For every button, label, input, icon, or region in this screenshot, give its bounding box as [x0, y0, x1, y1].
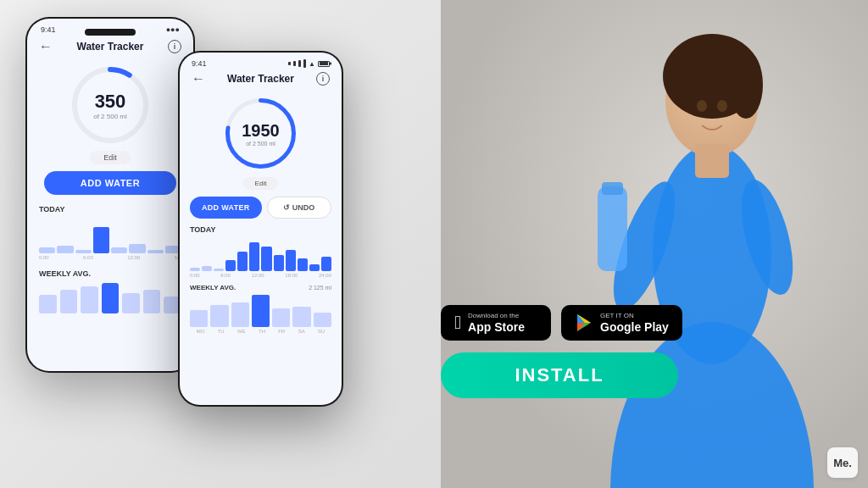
chart-bar [261, 247, 271, 271]
weekly-bar-active [252, 295, 270, 327]
chart-bar [39, 247, 55, 253]
phone-1-circle-text: 350 of 2 500 ml [93, 91, 127, 120]
svg-rect-12 [598, 186, 627, 271]
google-play-button[interactable]: GET IT ON Google Play [561, 305, 682, 341]
phone-2-action-buttons: ADD WATER ↺ UNDO [180, 191, 342, 224]
weekly-bar-active [102, 283, 120, 313]
google-play-text: GET IT ON Google Play [600, 312, 669, 334]
weekly-bar [231, 302, 249, 327]
phone-1-screen: 9:41 ●●● ← Water Tracker i 350 of 2 500 … [27, 19, 193, 371]
weekly-bar [210, 305, 228, 327]
phone-1-back-arrow[interactable]: ← [39, 39, 53, 54]
phone-1-weekly-bars [27, 280, 193, 313]
phone-2-device: 9:41 ▲ ← Water Tracker i [178, 51, 343, 407]
phone-2-today-label: TODAY [180, 224, 342, 236]
phone-2-weekly-header: WEEKLY AVG. 2 125 ml [180, 282, 342, 293]
phone-2-weekly-days: MO TU WE TH FR SA SU [180, 327, 342, 336]
phone-1-status-icons: ●●● [166, 25, 180, 34]
google-play-main-label: Google Play [600, 320, 669, 335]
phone-2-screen: 9:41 ▲ ← Water Tracker i [180, 53, 342, 405]
phone-2-weekly-bars [180, 293, 342, 327]
chart-bar [111, 247, 127, 253]
app-store-sub-label: Download on the [468, 312, 525, 320]
chart-bar [274, 255, 284, 271]
phone-2-water-value: 1950 [242, 121, 280, 141]
chart-bar [75, 250, 92, 254]
woman-illustration [441, 0, 868, 488]
phone-1-water-unit: of 2 500 ml [93, 113, 127, 120]
phone-2-add-water-button[interactable]: ADD WATER [190, 197, 262, 219]
chart-bar [225, 260, 236, 271]
app-store-button[interactable]:  Download on the App Store [441, 305, 551, 341]
phone-2-weekly-value: 2 125 ml [309, 285, 331, 291]
phone-1-weekly-label: WEEKLY AVG. [27, 266, 193, 280]
phones-section: 9:41 ●●● ← Water Tracker i 350 of 2 500 … [0, 0, 441, 488]
app-store-main-label: App Store [468, 320, 525, 335]
weekly-bar [81, 286, 98, 313]
svg-point-9 [729, 51, 763, 119]
google-play-sub-label: GET IT ON [600, 312, 669, 320]
phone-2-undo-button[interactable]: ↺ UNDO [267, 197, 331, 219]
chart-bar [214, 269, 224, 271]
phone-1-water-value: 350 [93, 91, 127, 113]
phone-2-water-unit: of 2 500 ml [242, 141, 280, 147]
chart-bar [309, 264, 320, 271]
chart-bar [286, 250, 296, 271]
weekly-bar [122, 293, 140, 313]
battery-icon [318, 61, 330, 67]
chart-bar [202, 266, 212, 271]
phone-2-chart-bars [190, 236, 331, 271]
phone-2-weekly-label: WEEKLY AVG. [190, 284, 236, 291]
phone-1-header: ← Water Tracker i [27, 34, 193, 59]
phone-1-title: Water Tracker [77, 41, 144, 53]
svg-point-16 [717, 100, 727, 112]
phone-1-device: 9:41 ●●● ← Water Tracker i 350 of 2 500 … [25, 17, 195, 373]
phone-2-status: 9:41 ▲ [180, 53, 342, 68]
weekly-bar [60, 290, 78, 313]
chart-bar [298, 258, 308, 271]
phone-1-notch [85, 29, 136, 36]
phone-1-progress-circle: 350 of 2 500 ml [68, 63, 153, 147]
phone-2-time: 9:41 [192, 59, 207, 68]
chart-bar [249, 242, 259, 271]
phone-2-circle-text: 1950 of 2 500 ml [242, 121, 280, 147]
phone-2-back-arrow[interactable]: ← [192, 71, 205, 86]
phone-2-info-icon[interactable]: i [316, 72, 330, 86]
phone-2-header: ← Water Tracker i [180, 68, 342, 90]
phone-2-title: Water Tracker [227, 73, 294, 85]
weekly-bar [314, 313, 331, 327]
weekly-bar [39, 295, 57, 313]
phone-2-progress-circle: 1950 of 2 500 ml [220, 93, 301, 174]
svg-rect-13 [602, 182, 623, 195]
chart-bar [129, 244, 145, 253]
chart-bar [237, 252, 248, 271]
install-button[interactable]: INSTALL [441, 352, 678, 398]
phone-2-edit-button[interactable]: Edit [243, 177, 279, 190]
phone-1-edit-button[interactable]: Edit [90, 151, 131, 164]
phone-2-chart-labels: 0:00 6:00 12:00 18:00 24:00 [190, 273, 331, 278]
me-logo: Me. [827, 447, 858, 478]
phone-1-chart-bars [39, 215, 181, 253]
apple-icon:  [454, 312, 461, 334]
chart-bar [321, 257, 331, 271]
svg-point-15 [697, 100, 707, 112]
svg-rect-10 [695, 144, 729, 178]
weekly-bar [143, 290, 161, 313]
wifi-icon: ▲ [309, 60, 315, 68]
chart-bar [147, 250, 164, 254]
chart-bar-active [93, 227, 109, 254]
chart-bar [190, 268, 200, 271]
store-buttons-container:  Download on the App Store GET IT ON Go… [441, 305, 737, 341]
app-store-text: Download on the App Store [468, 312, 525, 334]
phone-1-add-water-button[interactable]: ADD WATER [44, 171, 177, 195]
phone-1-chart: 0:00 6:00 12:00 18: [27, 215, 193, 266]
phone-1-info-icon[interactable]: i [168, 40, 181, 53]
phone-2-chart: 0:00 6:00 12:00 18:00 24:00 [180, 236, 342, 282]
cta-section:  Download on the App Store GET IT ON Go… [441, 305, 737, 398]
phone-2-status-icons: ▲ [288, 59, 330, 68]
phone-1-chart-labels: 0:00 6:00 12:00 18: [39, 255, 181, 260]
google-play-icon [575, 313, 593, 332]
weekly-bar [190, 310, 208, 327]
chart-bar [57, 246, 73, 253]
phone-1-time: 9:41 [41, 25, 56, 34]
